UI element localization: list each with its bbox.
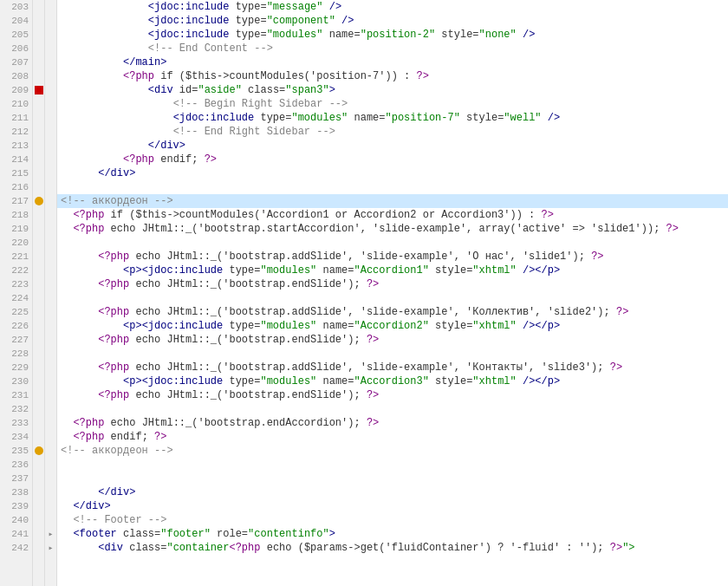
breakpoint-cell[interactable]: [33, 499, 44, 513]
fold-cell: [45, 347, 56, 361]
fold-cell: [45, 97, 56, 111]
code-line: [57, 472, 728, 485]
code-segment: <!-- Begin Right Sidebar -->: [173, 97, 348, 111]
code-segment: "modules": [260, 264, 316, 277]
fold-cell: [45, 277, 56, 291]
breakpoint-cell[interactable]: [33, 347, 44, 361]
line-number: 204: [0, 14, 32, 28]
code-line: </div>: [57, 499, 728, 513]
breakpoint-cell[interactable]: [33, 236, 44, 250]
code-segment: ?>: [591, 250, 603, 264]
code-segment: </div>: [61, 139, 185, 153]
code-segment: type=: [223, 264, 260, 277]
breakpoint-cell[interactable]: [33, 277, 44, 291]
line-number: 226: [0, 319, 32, 333]
breakpoint-cell[interactable]: [33, 333, 44, 347]
breakpoint-cell[interactable]: [33, 166, 44, 180]
breakpoint-cell[interactable]: [33, 541, 44, 555]
breakpoint-cell[interactable]: [33, 139, 44, 153]
fold-cell: [45, 458, 56, 472]
code-segment: type=: [229, 0, 266, 14]
breakpoint-cell[interactable]: [33, 388, 44, 402]
breakpoint-cell[interactable]: [33, 28, 44, 42]
code-segment: ?>: [616, 305, 628, 319]
code-line: </div>: [57, 166, 728, 180]
breakpoint-cell[interactable]: [33, 485, 44, 499]
breakpoint-cell[interactable]: [33, 0, 44, 14]
breakpoint-cell[interactable]: [33, 402, 44, 416]
code-segment: if ($this->countModules('Accordion1 or A…: [104, 208, 541, 222]
code-segment: </div>: [61, 499, 111, 513]
breakpoint-cell[interactable]: [33, 319, 44, 333]
breakpoint-cell[interactable]: [33, 513, 44, 527]
breakpoint-cell[interactable]: [33, 153, 44, 166]
code-segment: type=: [223, 319, 260, 333]
code-segment: >: [329, 527, 335, 541]
code-segment: class=: [117, 527, 160, 541]
code-segment: style=: [429, 374, 472, 388]
breakpoint-cell[interactable]: [33, 194, 44, 208]
fold-cell[interactable]: ▸: [45, 541, 56, 555]
code-segment: [61, 125, 173, 139]
fold-gutter: ▸▸: [45, 0, 57, 586]
breakpoint-cell[interactable]: [33, 125, 44, 139]
breakpoint-cell[interactable]: [33, 42, 44, 55]
code-segment: <?php: [73, 208, 104, 222]
code-segment: <p>: [61, 319, 142, 333]
line-number: 206: [0, 42, 32, 55]
breakpoint-cell[interactable]: [33, 444, 44, 458]
fold-cell: [45, 250, 56, 264]
breakpoint-cell[interactable]: [33, 55, 44, 69]
code-line: <?php echo JHtml::_('bootstrap.addSlide'…: [57, 305, 728, 319]
code-segment: [61, 305, 98, 319]
breakpoint-cell[interactable]: [33, 83, 44, 97]
code-segment: /></p>: [517, 264, 560, 277]
code-line: <!-- аккордеон -->: [57, 444, 728, 458]
breakpoint-cell[interactable]: [33, 222, 44, 236]
breakpoint-cell[interactable]: [33, 250, 44, 264]
breakpoint-cell[interactable]: [33, 430, 44, 444]
code-segment: <jdoc:include: [142, 264, 224, 277]
code-segment: ?>: [416, 69, 428, 83]
code-segment: "xhtml": [472, 319, 516, 333]
breakpoint-cell[interactable]: [33, 472, 44, 485]
fold-cell[interactable]: ▸: [45, 527, 56, 541]
line-number: 203: [0, 0, 32, 14]
line-number: 222: [0, 264, 32, 277]
breakpoint-cell[interactable]: [33, 291, 44, 305]
fold-cell: [45, 222, 56, 236]
code-line: <?php endif; ?>: [57, 430, 728, 444]
breakpoint-cell[interactable]: [33, 208, 44, 222]
line-number: 228: [0, 347, 32, 361]
breakpoint-cell[interactable]: [33, 416, 44, 430]
line-number: 241: [0, 527, 32, 541]
breakpoint-cell[interactable]: [33, 305, 44, 319]
line-number: 236: [0, 458, 32, 472]
code-segment: type=: [229, 28, 266, 42]
code-segment: ?>: [610, 541, 622, 555]
code-segment: [61, 153, 123, 166]
breakpoint-cell[interactable]: [33, 180, 44, 194]
code-segment: ?>: [367, 333, 379, 347]
code-segment: </div>: [61, 485, 135, 499]
breakpoint-cell[interactable]: [33, 527, 44, 541]
code-segment: "modules": [291, 111, 348, 125]
code-segment: "message": [267, 0, 323, 14]
code-line: </div>: [57, 139, 728, 153]
code-line: <p><jdoc:include type="modules" name="Ac…: [57, 264, 728, 277]
breakpoint-cell[interactable]: [33, 361, 44, 374]
fold-cell: [45, 14, 56, 28]
breakpoint-cell[interactable]: [33, 14, 44, 28]
breakpoint-cell[interactable]: [33, 458, 44, 472]
breakpoint-cell[interactable]: [33, 374, 44, 388]
code-segment: [61, 388, 98, 402]
line-number: 237: [0, 472, 32, 485]
code-content[interactable]: <jdoc:include type="message" /> <jdoc:in…: [57, 0, 728, 586]
fold-cell: [45, 236, 56, 250]
breakpoint-cell[interactable]: [33, 264, 44, 277]
breakpoint-cell[interactable]: [33, 69, 44, 83]
breakpoint-cell[interactable]: [33, 111, 44, 125]
breakpoint-cell[interactable]: [33, 97, 44, 111]
code-line: <?php if ($this->countModules('position-…: [57, 69, 728, 83]
line-number: 224: [0, 291, 32, 305]
